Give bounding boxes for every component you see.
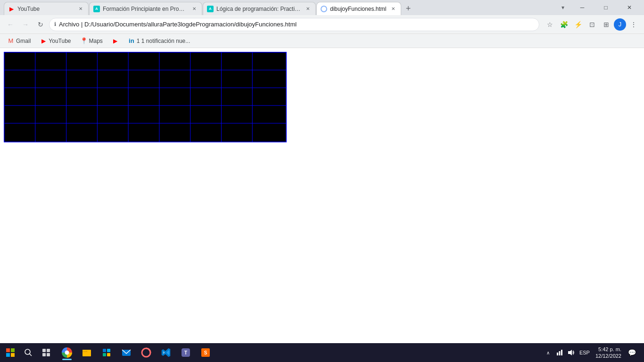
bookmark-youtube[interactable]: ▶ YouTube	[36, 36, 74, 46]
tab-close-dibujo[interactable]: ✕	[389, 5, 397, 13]
tab-title-logica: Lógica de programación: Practic...	[216, 6, 301, 12]
search-taskbar-icon	[24, 348, 33, 357]
clock-time: 5:42 p. m.	[598, 346, 621, 353]
bookmark-maps[interactable]: 📍 Maps	[77, 36, 107, 46]
taskbar-right: ∧ ESP 5:42 p. m. 12/12/2022	[544, 346, 642, 360]
yt2-bookmark-icon: ▶	[112, 38, 119, 44]
reload-button[interactable]: ↻	[34, 18, 47, 31]
bookmark-gmail-label: Gmail	[16, 38, 31, 44]
svg-rect-28	[103, 353, 106, 356]
notification-button[interactable]: 💬	[625, 346, 638, 359]
task-view-button[interactable]	[38, 344, 55, 361]
svg-marker-39	[568, 350, 572, 355]
taskbar-app1[interactable]	[137, 344, 156, 361]
start-button[interactable]	[2, 344, 19, 361]
bookmark-gmail[interactable]: M Gmail	[4, 36, 34, 46]
bookmark-linkedin[interactable]: in 1 1 notificación nue...	[124, 36, 194, 46]
tab-title-youtube: YouTube	[17, 6, 74, 12]
yt-bookmark-icon: ▶	[40, 38, 47, 44]
windows-logo-icon	[6, 348, 15, 357]
mail-icon	[121, 347, 132, 358]
tab-close-logica[interactable]: ✕	[304, 5, 312, 13]
address-bar[interactable]: ℹ Archivo | D:/Usuario/Documents/alluraP…	[49, 18, 539, 31]
tabs-area: ▶ YouTube ✕ A Formación Principiante en …	[4, 0, 556, 15]
tab-close-youtube[interactable]: ✕	[77, 5, 84, 13]
svg-rect-29	[107, 353, 110, 356]
protocol-label: Archivo | D:/Usuario/Documents/alluraPar…	[59, 21, 534, 28]
bookmarks-bar: M Gmail ▶ YouTube 📍 Maps ▶ in 1 1 notifi…	[0, 34, 644, 48]
svg-rect-38	[561, 350, 562, 355]
profile-button[interactable]: J	[614, 18, 626, 31]
taskbar-store[interactable]	[97, 344, 116, 361]
maximize-button[interactable]: □	[595, 0, 617, 15]
search-button[interactable]	[20, 344, 37, 361]
bookmark-youtube2[interactable]: ▶	[108, 36, 123, 46]
bookmark-maps-label: Maps	[89, 38, 103, 44]
svg-rect-21	[42, 353, 46, 356]
taskbar-teams[interactable]: T	[176, 344, 195, 361]
language-badge[interactable]: ESP	[578, 350, 592, 355]
store-icon	[101, 347, 112, 358]
svg-rect-13	[6, 348, 10, 352]
tab-title-dibujo: dibujoyFunciones.html	[330, 6, 387, 12]
task-view-icon	[42, 348, 50, 357]
bookmark-this-button[interactable]: ☆	[543, 18, 556, 31]
svg-rect-12	[4, 52, 286, 142]
bookmark-youtube-label: YouTube	[49, 38, 71, 44]
svg-rect-16	[11, 353, 15, 357]
alura-favicon-icon: A	[93, 6, 100, 12]
taskbar: T S ∧	[0, 343, 644, 362]
minimize-button[interactable]: ─	[571, 0, 593, 15]
page-content	[0, 48, 644, 343]
svg-rect-37	[559, 351, 560, 355]
back-button[interactable]: ←	[4, 18, 17, 31]
svg-rect-20	[47, 349, 50, 352]
gmail-icon: M	[8, 38, 14, 44]
bookmark-linkedin-label: 1 1 notificación nue...	[137, 38, 190, 44]
svg-text:S: S	[204, 350, 207, 355]
url-text: D:/Usuario/Documents/alluraParte3logdePr…	[84, 21, 297, 28]
taskbar-explorer[interactable]	[77, 344, 96, 361]
tab-formacion[interactable]: A Formación Principiante en Progr... ✕	[89, 2, 202, 15]
canvas-grid	[4, 52, 287, 142]
menu-button[interactable]: ⋮	[627, 18, 640, 31]
teams-icon: T	[181, 347, 191, 358]
puzzle-button[interactable]: ⚡	[571, 18, 585, 31]
tab-list-button[interactable]: ▾	[556, 1, 570, 14]
taskbar-apps: T S	[58, 344, 215, 361]
alura2-favicon-icon: A	[207, 6, 214, 12]
globe-favicon-icon	[321, 6, 327, 12]
taskbar-vscode[interactable]	[157, 344, 175, 361]
protocol-text: Archivo	[59, 21, 79, 28]
taskbar-mail[interactable]	[117, 344, 136, 361]
tab-youtube[interactable]: ▶ YouTube ✕	[4, 2, 89, 15]
tray-chevron-icon[interactable]: ∧	[544, 348, 553, 357]
svg-rect-14	[11, 348, 15, 352]
extensions-button[interactable]: 🧩	[557, 18, 570, 31]
system-clock[interactable]: 5:42 p. m. 12/12/2022	[594, 346, 623, 360]
forward-button[interactable]: →	[19, 18, 32, 31]
explorer-icon	[82, 347, 92, 358]
svg-rect-15	[6, 353, 10, 357]
tab-logica[interactable]: A Lógica de programación: Practic... ✕	[203, 2, 316, 15]
tab-close-formacion[interactable]: ✕	[190, 5, 198, 13]
separator: |	[81, 21, 84, 28]
svg-text:T: T	[184, 350, 187, 355]
svg-rect-27	[107, 349, 110, 352]
tab-dibujo[interactable]: dibujoyFunciones.html ✕	[316, 2, 401, 15]
svg-rect-25	[83, 350, 86, 351]
lock-icon: ℹ	[54, 21, 56, 27]
network-icon[interactable]	[555, 348, 564, 357]
taskbar-sublime[interactable]: S	[196, 344, 215, 361]
chrome-icon	[62, 347, 72, 358]
sync-button[interactable]: ⊡	[586, 18, 599, 31]
volume-icon[interactable]	[566, 348, 576, 357]
taskbar-chrome[interactable]	[58, 344, 76, 361]
window-controls: ─ □ ✕	[571, 0, 640, 15]
split-button[interactable]: ⊞	[600, 18, 613, 31]
new-tab-button[interactable]: +	[402, 2, 415, 15]
svg-rect-26	[103, 349, 106, 352]
title-bar: ▶ YouTube ✕ A Formación Principiante en …	[0, 0, 644, 15]
clock-date: 12/12/2022	[595, 353, 621, 359]
close-button[interactable]: ✕	[619, 0, 640, 15]
